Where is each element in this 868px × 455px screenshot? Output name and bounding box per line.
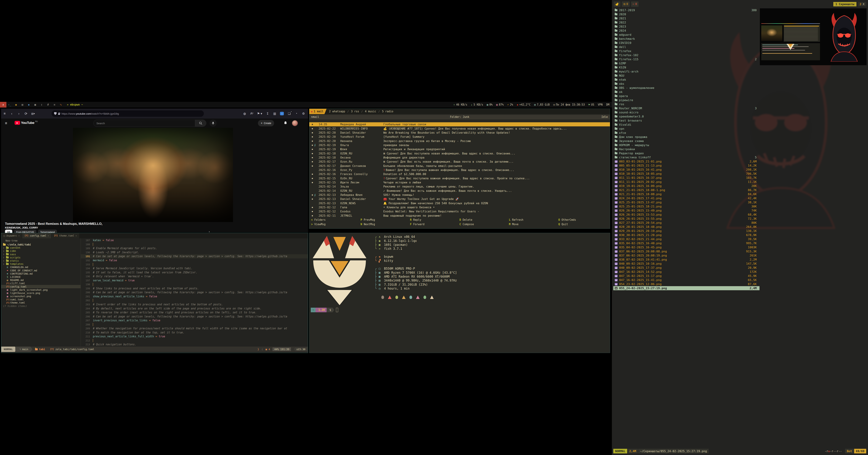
workspace-files[interactable]: ▤ [19,102,26,107]
dir-row[interactable]: Редактор видео [613,151,760,155]
code-line[interactable]: 197serve_local_mermaid = true [81,278,308,283]
email-row[interactable]: ● 2025-02-15Идите ЛесомЧетыре истории о … [309,181,610,185]
tree-item-dir[interactable]: ❯static [1,259,81,262]
code-line[interactable]: 199# Show links to previous and next art… [81,287,308,291]
tree-item-file[interactable]: ❤CODE_OF_CONDUCT.md [1,269,81,272]
file-row[interactable]: 030_30-01-2025_21-20.png678,9K [613,233,760,237]
code-line[interactable]: 208▏ [81,322,308,326]
search-input[interactable] [94,122,195,125]
code-line[interactable]: 213# Quick navigation buttons. [81,343,308,347]
file-row[interactable]: 035_04-02-2025_16-40.png995,7K [613,241,760,245]
email-row[interactable]: 2025-02-13OZON_NEWS🔔 Поздравляем! Вам на… [309,201,610,205]
code-line[interactable]: 205# To reverse the order (next articles… [81,311,308,315]
email-row[interactable]: 2025-02-14ЭльзаРеклама от первого лица, … [309,185,610,189]
code-line[interactable]: 206# Can be set at page or section level… [81,315,308,319]
file-row[interactable]: 037_06-02-2025_20:08:08.png915,3K [613,249,760,254]
file-row[interactable]: 024_24-01-2025_17-41.png42,4K [613,196,760,200]
rss-icon[interactable]: ◍ [243,112,247,116]
dir-row[interactable]: 2020 [613,12,760,17]
tabs-list-icon[interactable]: ▤▾ [30,112,37,115]
code-line[interactable]: 189# Enable Mermaid diagrams for all pos… [81,246,308,251]
email-row[interactable]: ● 2025-02-11JETMAILВаш надежный подрядчи… [309,214,610,218]
tree-item-file[interactable]: [T]cliff.toml [1,282,81,285]
file-row[interactable]: 026_26-01-2025_15-49.png74K [613,208,760,213]
file-row[interactable]: 037_06-02-2025_20:08:19.png261K [613,254,760,258]
library-icon[interactable]: ▥ [273,112,276,116]
file-row[interactable]: 003_03-01-2025_21-01.png2,6M [613,159,760,164]
dir-row[interactable]: статистика tinkoff5 [613,155,760,159]
editor-tab[interactable]: [T]config.toml✕ [22,233,51,238]
workspace-grid[interactable]: ▦ [32,102,38,107]
email-row[interactable]: ● 2025-02-13Daniel Shnaider🧰 Your Warmy … [309,197,610,201]
tab-screenshots[interactable]: 1 Скриншоты [833,2,857,6]
youtube-menu-icon[interactable]: ≡ [5,121,7,125]
file-row[interactable]: 033_02-02-2025_21-44.png39,5K [613,237,760,241]
dir-row[interactable]: GIMP [613,61,760,65]
email-row[interactable]: ● 2025-02-17Ozon.Ru⊠ Срочно! Для Вас ест… [309,160,610,164]
dir-row[interactable]: ntek [613,78,760,82]
file-row[interactable]: 040_09-02-2025_17-37.png20,9K [613,266,760,270]
workspace-chat[interactable]: ◆ [26,102,32,107]
dir-row[interactable]: НОРКОМ - маршруты [613,143,760,147]
notifications-button[interactable] [283,121,287,125]
workspace-download[interactable]: ↧ [38,102,45,107]
url-bar[interactable]: https://www.youtube.com/watch?v=5b8A-jgx… [52,110,204,117]
tree-item-file[interactable]: §LICENSE [1,275,81,279]
menu-item-folders[interactable]: <Folders [311,218,361,223]
reader-mode-icon[interactable]: Aˣ [250,112,254,115]
code-line[interactable]: 196# Only relevant when `mermaid = true`… [81,274,308,279]
tree-item-file[interactable]: ✱CONTRIBUTING.md [1,272,81,275]
dir-row[interactable]: vpn [613,127,760,131]
dir-row[interactable]: ros [613,102,760,106]
tree-item-file[interactable]: [T]config.toml [1,285,81,288]
file-row[interactable]: 055_24-02-2025_15:27:19.png2,4M [613,286,760,290]
email-row[interactable]: ● 2025-02-16Frances ConnollyDonation of … [309,172,610,176]
code-line[interactable]: 203# Invert order of the links to previo… [81,302,308,306]
menu-item-nextmsg[interactable]: NNextMsg [361,223,410,227]
tree-item-dir[interactable]: ❯templates [1,262,81,265]
tree-item-file[interactable]: ≣CHANGELOG.md [1,265,81,269]
back-icon[interactable]: ‹ [8,111,15,116]
file-row[interactable]: 029_29-01-2025_20-19.png130,1K [613,229,760,233]
file-row[interactable]: 026_26-01-2025_15-53.png68,4K [613,213,760,217]
dir-row[interactable]: firefox-102 [613,53,760,57]
email-row[interactable]: ● 2025-02-18ОксанаИнформация для директо… [309,156,610,160]
editor-tab[interactable]: [T]theme.toml✕ [52,233,79,238]
file-row[interactable]: 028_28-01-2025_18-48.png264,8K [613,225,760,229]
tree-item-file[interactable]: ▦lighthouse_score.png [1,291,81,295]
dir-row[interactable]: Router_NORCOM3 [613,106,760,110]
email-row[interactable]: ● 2025-02-15OzOn_RU!Срочно! Для Вас пост… [309,176,610,180]
avatar[interactable] [292,120,298,126]
tree-root[interactable]: ~/zola_tabi/tabi [1,243,81,246]
menu-item-compose[interactable]: CCompose [459,223,509,227]
dir-row[interactable]: 2023 [613,25,760,29]
workspace-terminal[interactable]: ›_ [6,102,13,107]
code-line[interactable]: 212▏ [81,338,308,343]
email-row[interactable]: 2025-02-16Ozon_Py!Важно! Для Вас поступи… [309,168,610,172]
dir-row[interactable]: firefox [613,49,760,53]
close-icon[interactable]: ✕ [48,235,49,237]
dir-row[interactable]: pipewire [613,98,760,102]
menu-item-reply[interactable]: RReply [410,218,459,223]
dir-row[interactable]: KSIN [613,65,760,69]
file-row[interactable]: 019_19-01-2025_16-09.png20K [613,184,760,188]
search-button[interactable] [195,120,206,127]
voice-search-button[interactable] [210,120,217,127]
dir-row[interactable]: benchmark [613,37,760,41]
tmux-tab[interactable]: 4 music [365,110,376,113]
code-line[interactable]: 201show_previous_next_article_links = fa… [81,294,308,299]
code-line[interactable]: 192mermaid = false [81,258,308,262]
menu-item-viewmsg[interactable]: >ViewMsg [311,223,361,227]
dir-row[interactable]: firefox-1152 [613,57,760,61]
email-row[interactable]: ● 2025-02-20Daniel ShnaiderWe Are Breaki… [309,131,610,135]
code-line[interactable]: 198▏ [81,283,308,287]
email-row[interactable]: ● 2025-02-18OZON_RU⊠ Срочно! Для Вас пос… [309,151,610,155]
code-line[interactable]: 194# Serve Mermaid JavaScript locally. V… [81,266,308,270]
dir-row[interactable]: 2021 [613,17,760,21]
dir-row[interactable]: 2017-2019380 [613,8,760,12]
chevron-right-icon[interactable]: › [209,230,210,233]
email-row[interactable]: ● 14:35Медведев АндрейГлобальные торговы… [309,122,610,126]
dir-row[interactable]: ok [613,90,760,94]
email-row[interactable]: ● 2025-02-17Даниил СотниковБольшое обнов… [309,164,610,168]
file-row[interactable]: 005_05-01-2025_21-13.png14,2K [613,164,760,168]
